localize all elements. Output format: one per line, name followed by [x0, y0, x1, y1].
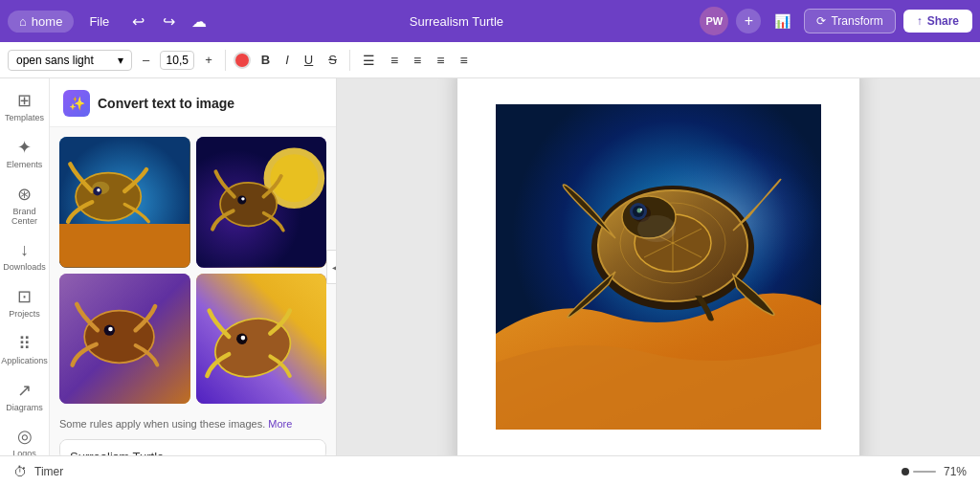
home-label: home	[32, 14, 63, 29]
applications-label: Applications	[1, 356, 48, 366]
diagrams-label: Diagrams	[6, 403, 43, 413]
home-button[interactable]: ⌂ home	[8, 11, 74, 33]
add-collaborator-button[interactable]: +	[736, 9, 761, 33]
diagrams-icon: ↗	[17, 380, 32, 401]
underline-button[interactable]: U	[300, 50, 318, 70]
svg-point-5	[97, 188, 100, 191]
svg-point-19	[240, 335, 245, 340]
avatar[interactable]: PW	[700, 7, 728, 35]
italic-button[interactable]: I	[280, 50, 294, 70]
text-color-picker[interactable]	[234, 52, 251, 69]
increase-font-size-button[interactable]: +	[200, 50, 217, 70]
document-title: Surrealism Turtle	[410, 14, 503, 29]
sidebar-item-logos[interactable]: ◎ Logos	[3, 420, 47, 455]
formatting-toolbar: open sans light ▾ – 10,5 + B I U S ☰ ≡ ≡…	[0, 42, 980, 78]
align-justify-left-button[interactable]: ≡	[455, 50, 472, 71]
transform-button[interactable]: ⟳ Transform	[804, 9, 895, 33]
sidebar-item-templates[interactable]: ⊞ Templates	[3, 84, 47, 129]
sidebar-item-diagrams[interactable]: ↗ Diagrams	[3, 374, 47, 419]
main-turtle-artwork	[496, 104, 821, 430]
generated-image-4[interactable]	[196, 274, 327, 405]
turtle-image-1	[59, 137, 190, 268]
decrease-font-size-button[interactable]: –	[138, 50, 154, 70]
redo-button[interactable]: ↪	[155, 8, 182, 34]
turtle-image-4	[196, 274, 327, 405]
generated-image-3[interactable]	[59, 274, 190, 405]
separator-2	[349, 50, 350, 71]
panel-header: ✨ Convert text to image	[50, 78, 336, 127]
sidebar-icons: ⊞ Templates ✦ Elements ⊛ Brand Center ↓ …	[0, 78, 50, 455]
convert-panel: ✨ Convert text to image	[50, 78, 337, 455]
elements-label: Elements	[7, 160, 43, 170]
svg-rect-1	[59, 224, 190, 268]
svg-point-8	[270, 154, 318, 202]
sidebar-item-downloads[interactable]: ↓ Downloads	[3, 234, 47, 278]
align-left-button[interactable]: ☰	[358, 50, 380, 71]
elements-icon: ✦	[17, 137, 32, 158]
undo-button[interactable]: ↩	[124, 8, 151, 34]
turtle-image-2	[196, 137, 327, 268]
canvas-page	[457, 78, 859, 455]
panel-title: Convert text to image	[98, 96, 234, 111]
nav-history-icons: ↩ ↪ ☁	[124, 8, 212, 34]
panel-header-icon: ✨	[63, 90, 90, 117]
timer-icon: ⏱	[13, 464, 27, 479]
font-family-select[interactable]: open sans light ▾	[8, 50, 132, 71]
strikethrough-button[interactable]: S	[323, 50, 342, 70]
logos-icon: ◎	[17, 426, 33, 447]
transform-label: Transform	[831, 14, 882, 28]
align-justify-button[interactable]: ≡	[432, 50, 449, 71]
rules-text-content: Some rules apply when using these images…	[59, 418, 265, 430]
downloads-icon: ↓	[20, 240, 29, 260]
svg-point-35	[637, 215, 676, 242]
sidebar-item-projects[interactable]: ⊡ Projects	[3, 280, 47, 325]
brand-label: Brand Center	[7, 207, 43, 228]
page-indicator	[902, 468, 936, 475]
svg-point-2	[76, 173, 141, 221]
main-area: ⊞ Templates ✦ Elements ⊛ Brand Center ↓ …	[0, 78, 980, 455]
align-right-button[interactable]: ≡	[409, 50, 426, 71]
templates-icon: ⊞	[17, 90, 32, 111]
zoom-level[interactable]: 71%	[944, 465, 967, 478]
bold-button[interactable]: B	[256, 50, 275, 70]
font-family-value: open sans light	[16, 54, 94, 67]
share-label: Share	[927, 14, 959, 28]
projects-label: Projects	[9, 309, 40, 320]
generated-images-grid	[50, 127, 336, 413]
share-icon: ↑	[917, 14, 923, 28]
home-icon: ⌂	[19, 14, 27, 29]
timer-label[interactable]: Timer	[34, 465, 63, 478]
brand-icon: ⊛	[17, 184, 32, 205]
canvas-area[interactable]	[337, 78, 980, 455]
font-size-input[interactable]: 10,5	[160, 51, 194, 70]
applications-icon: ⠿	[18, 333, 31, 354]
projects-icon: ⊡	[17, 286, 32, 307]
file-menu[interactable]: File	[81, 11, 117, 33]
prompt-input[interactable]: Surrealism Turtle	[59, 439, 326, 455]
sidebar-item-brand[interactable]: ⊛ Brand Center	[3, 178, 47, 233]
separator-1	[225, 50, 226, 71]
templates-label: Templates	[5, 113, 44, 123]
svg-point-13	[84, 310, 154, 363]
chevron-down-icon: ▾	[118, 54, 123, 67]
rules-text: Some rules apply when using these images…	[50, 413, 336, 439]
sidebar-item-elements[interactable]: ✦ Elements	[3, 131, 47, 176]
top-navigation: ⌂ home File ↩ ↪ ☁ Surrealism Turtle PW +…	[0, 0, 980, 42]
share-button[interactable]: ↑ Share	[903, 10, 972, 33]
svg-point-11	[241, 197, 244, 200]
sidebar-item-applications[interactable]: ⠿ Applications	[3, 327, 47, 372]
logos-label: Logos	[12, 449, 36, 455]
generated-image-2[interactable]	[196, 137, 327, 268]
turtle-image-3	[59, 274, 190, 405]
panel-collapse-button[interactable]: ◀	[326, 250, 337, 284]
transform-icon: ⟳	[816, 14, 826, 28]
svg-point-15	[108, 326, 113, 331]
cloud-save-button[interactable]: ☁	[186, 8, 212, 34]
rules-more-link[interactable]: More	[268, 418, 292, 430]
downloads-label: Downloads	[3, 262, 46, 273]
page-dot-active	[902, 468, 909, 475]
generated-image-1[interactable]	[59, 137, 190, 268]
analytics-button[interactable]: 📊	[768, 10, 796, 33]
align-center-button[interactable]: ≡	[386, 50, 403, 71]
page-indicator-line	[913, 471, 936, 473]
